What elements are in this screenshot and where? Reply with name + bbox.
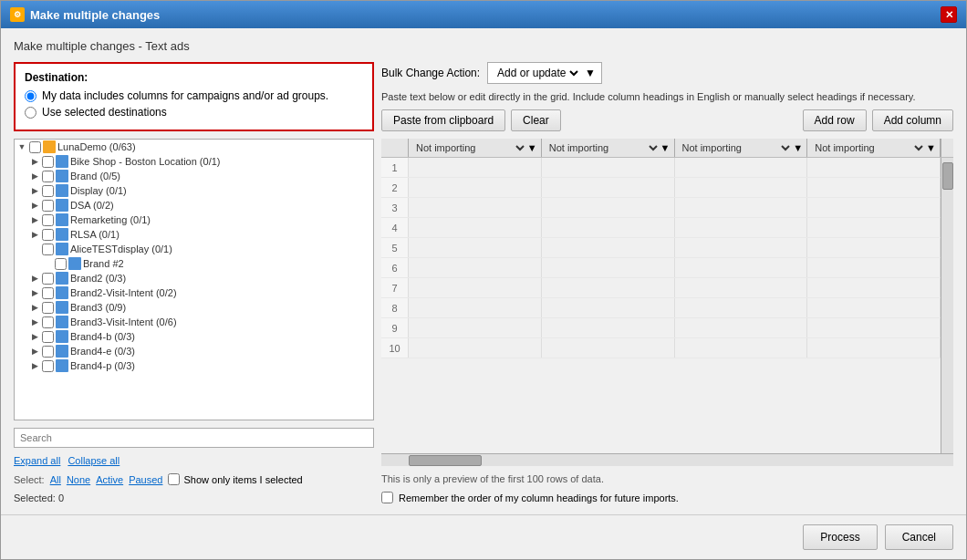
list-item[interactable]: ▼ LunaDemo (0/63) [15, 140, 373, 154]
bulk-action-dropdown[interactable]: Add or update ▼ [487, 62, 602, 84]
col-header-2[interactable]: Not importing ▼ [542, 139, 675, 157]
clear-button[interactable]: Clear [511, 109, 561, 131]
search-box[interactable] [14, 428, 374, 448]
list-item[interactable]: AliceTESTdisplay (0/1) [15, 242, 373, 256]
tree-checkbox[interactable] [42, 171, 54, 182]
grid-cell[interactable] [807, 218, 941, 237]
grid-cell[interactable] [807, 198, 941, 217]
grid-cell[interactable] [409, 258, 542, 277]
tree-checkbox[interactable] [42, 331, 54, 343]
add-row-button[interactable]: Add row [803, 109, 867, 131]
expand-all-button[interactable]: Expand all [14, 455, 60, 466]
list-item[interactable]: ▶ Brand3 (0/9) [15, 300, 373, 315]
list-item[interactable]: ▶ Brand2-Visit-Intent (0/2) [15, 285, 373, 300]
tree-checkbox[interactable] [42, 346, 54, 358]
col-header-select-1[interactable]: Not importing [412, 141, 527, 154]
grid-cell[interactable] [409, 158, 542, 177]
tree-checkbox[interactable] [42, 316, 54, 328]
grid-cell[interactable] [675, 238, 808, 257]
list-item[interactable]: ▶ Brand4-b (0/3) [15, 329, 373, 344]
grid-cell[interactable] [542, 218, 675, 237]
process-button[interactable]: Process [803, 524, 877, 550]
tree-checkbox[interactable] [42, 360, 54, 372]
search-input[interactable] [20, 432, 368, 443]
tree-checkbox[interactable] [42, 302, 54, 314]
col-header-1[interactable]: Not importing ▼ [409, 139, 542, 157]
grid-cell[interactable] [542, 158, 675, 177]
grid-cell[interactable] [807, 278, 941, 297]
grid-cell[interactable] [675, 178, 808, 197]
grid-cell[interactable] [542, 278, 675, 297]
list-item[interactable]: ▶ RLSA (0/1) [15, 227, 373, 242]
tree-checkbox[interactable] [42, 200, 54, 212]
grid-cell[interactable] [542, 198, 675, 217]
grid-cell[interactable] [675, 258, 808, 277]
grid-cell[interactable] [807, 238, 941, 257]
paste-from-clipboard-button[interactable]: Paste from clipboard [381, 109, 505, 131]
radio-option-2[interactable]: Use selected destinations [25, 106, 363, 119]
radio-input-2[interactable] [25, 107, 36, 119]
list-item[interactable]: ▶ Brand4-p (0/3) [15, 358, 373, 373]
tree-checkbox[interactable] [55, 258, 67, 270]
list-item[interactable]: ▶ Display (0/1) [15, 183, 373, 198]
list-item[interactable]: ▶ Bike Shop - Boston Location (0/1) [15, 154, 373, 169]
tree-checkbox[interactable] [29, 141, 41, 153]
add-column-button[interactable]: Add column [872, 109, 953, 131]
scrollbar-thumb[interactable] [942, 162, 953, 190]
collapse-all-button[interactable]: Collapse all [68, 455, 120, 466]
grid-cell[interactable] [807, 338, 941, 358]
select-paused-button[interactable]: Paused [129, 474, 162, 485]
col-header-select-2[interactable]: Not importing [546, 141, 660, 154]
tree-checkbox[interactable] [42, 273, 54, 285]
grid-cell[interactable] [409, 198, 542, 217]
grid-cell[interactable] [675, 198, 808, 217]
remember-order-checkbox-label[interactable]: Remember the order of my column headings… [381, 492, 953, 503]
grid-cell[interactable] [675, 278, 808, 297]
grid-cell[interactable] [409, 238, 542, 257]
select-active-button[interactable]: Active [96, 474, 123, 485]
grid-cell[interactable] [409, 298, 542, 317]
h-scrollbar-thumb[interactable] [409, 455, 482, 466]
tree-checkbox[interactable] [42, 287, 54, 299]
bulk-action-select[interactable]: Add or update [494, 66, 581, 80]
grid-cell[interactable] [675, 298, 808, 317]
list-item[interactable]: ▶ Remarketing (0/1) [15, 213, 373, 227]
list-item[interactable]: ▶ Brand3-Visit-Intent (0/6) [15, 315, 373, 329]
show-only-checkbox[interactable] [168, 473, 180, 485]
grid-cell[interactable] [675, 338, 808, 358]
radio-input-1[interactable] [25, 90, 36, 102]
remember-order-checkbox[interactable] [381, 492, 393, 503]
col-header-select-3[interactable]: Not importing [679, 141, 794, 154]
grid-cell[interactable] [409, 278, 542, 297]
grid-cell[interactable] [807, 318, 941, 337]
list-item[interactable]: ▶ DSA (0/2) [15, 198, 373, 213]
close-button[interactable]: ✕ [941, 6, 957, 23]
tree-checkbox[interactable] [42, 214, 54, 226]
horizontal-scrollbar[interactable] [381, 453, 953, 466]
vertical-scrollbar[interactable] [941, 158, 953, 453]
select-all-button[interactable]: All [50, 474, 61, 485]
show-only-checkbox-label[interactable]: Show only items I selected [168, 473, 302, 485]
grid-scroll[interactable]: 1 2 3 4 5 6 7 8 9 10 [381, 158, 953, 453]
grid-cell[interactable] [542, 178, 675, 197]
grid-cell[interactable] [675, 218, 808, 237]
grid-cell[interactable] [807, 178, 941, 197]
grid-cell[interactable] [675, 158, 808, 177]
col-header-select-4[interactable]: Not importing [811, 141, 926, 154]
list-item[interactable]: Brand #2 [15, 256, 373, 271]
tree-checkbox[interactable] [42, 244, 54, 255]
col-header-3[interactable]: Not importing ▼ [675, 139, 808, 157]
grid-cell[interactable] [807, 258, 941, 277]
tree-scroll[interactable]: ▼ LunaDemo (0/63) ▶ Bike Shop - Boston L… [15, 140, 373, 420]
grid-cell[interactable] [542, 238, 675, 257]
grid-cell[interactable] [409, 338, 542, 358]
grid-cell[interactable] [542, 318, 675, 337]
list-item[interactable]: ▶ Brand (0/5) [15, 169, 373, 183]
grid-cell[interactable] [807, 298, 941, 317]
grid-cell[interactable] [409, 318, 542, 337]
grid-cell[interactable] [807, 158, 941, 177]
grid-cell[interactable] [409, 218, 542, 237]
list-item[interactable]: ▶ Brand4-e (0/3) [15, 344, 373, 358]
grid-cell[interactable] [409, 178, 542, 197]
radio-option-1[interactable]: My data includes columns for campaigns a… [25, 89, 363, 102]
